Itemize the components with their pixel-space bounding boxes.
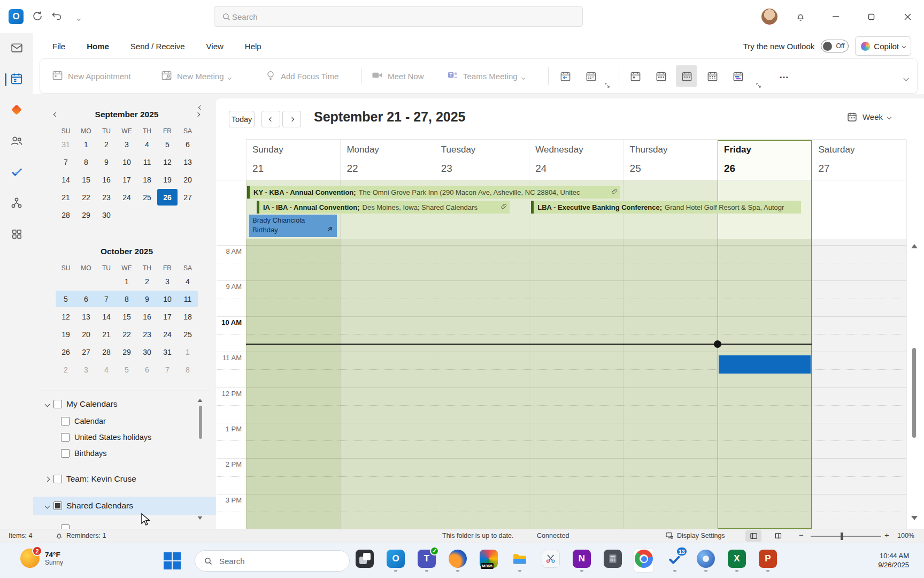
mini-calendar-day[interactable]: 7 <box>56 154 76 170</box>
mini-calendar-day[interactable]: 21 <box>96 326 117 343</box>
mini-cal-next-button[interactable] <box>194 110 202 119</box>
mini-calendar-day[interactable]: 17 <box>117 171 137 188</box>
taskbar-icon-m365-copilot[interactable]: M365 <box>479 549 498 572</box>
mini-calendar-day[interactable]: 3 <box>76 361 96 378</box>
mini-calendar-day[interactable]: 11 <box>178 291 198 307</box>
mini-calendar-day[interactable]: 24 <box>157 326 178 343</box>
chevron-down-icon[interactable] <box>44 401 50 407</box>
mini-calendar-day[interactable]: 26 <box>56 344 76 360</box>
new-outlook-toggle[interactable]: Off <box>821 40 849 52</box>
scroll-down-icon[interactable] <box>911 516 918 520</box>
rail-item-apps[interactable] <box>0 219 33 250</box>
mini-calendar-day[interactable]: 22 <box>117 326 137 343</box>
taskbar-icon-teams[interactable]: T✓ <box>417 549 436 572</box>
go-to-date-button[interactable] <box>580 65 602 87</box>
quick-access-dropdown-icon[interactable] <box>78 13 80 22</box>
mini-calendar-day[interactable]: 20 <box>178 171 198 188</box>
mini-calendar-day[interactable]: 23 <box>96 189 117 206</box>
menu-tab-view[interactable]: View <box>205 39 225 54</box>
mini-calendar-day[interactable]: 16 <box>137 308 157 325</box>
mini-calendar-day[interactable]: 28 <box>96 344 117 360</box>
mini-calendar-day[interactable]: 6 <box>137 361 157 378</box>
mini-calendar-day[interactable]: 4 <box>178 273 198 290</box>
day-header-wednesday[interactable]: Wednesday24 <box>530 140 622 179</box>
calendar-group-team-kevin-cruse[interactable]: Team: Kevin Cruse <box>33 470 216 488</box>
calendar-item-united-states-holidays[interactable]: United States holidays <box>33 429 216 445</box>
mini-calendar-day[interactable]: 21 <box>56 189 76 206</box>
event-banner-lba[interactable]: LBA - Executive Banking Conference;Grand… <box>531 201 801 214</box>
menu-tab-home[interactable]: Home <box>86 39 110 54</box>
mini-calendar-day[interactable]: 3 <box>117 136 137 153</box>
new-appointment-button[interactable]: New Appointment <box>51 59 131 93</box>
mini-calendar-day[interactable]: 10 <box>157 291 178 307</box>
month-view-button[interactable] <box>702 65 723 87</box>
mini-calendar-day[interactable]: 2 <box>56 361 76 378</box>
taskbar-icon-outlook[interactable]: O <box>386 549 405 572</box>
zoom-in-button[interactable]: + <box>884 530 889 539</box>
rail-item-todo[interactable] <box>0 157 33 188</box>
mini-calendar-day[interactable]: 24 <box>117 189 137 206</box>
reading-view-button[interactable] <box>770 530 786 542</box>
rail-item-mail[interactable] <box>0 33 33 64</box>
minimize-button[interactable] <box>828 9 844 25</box>
rail-item-org[interactable] <box>0 188 33 219</box>
mini-calendar-day[interactable]: 19 <box>56 326 76 343</box>
mini-calendar-day[interactable]: 12 <box>56 308 76 325</box>
mini-calendar-day[interactable]: 4 <box>137 136 157 153</box>
day-header-saturday[interactable]: Saturday27 <box>813 140 905 179</box>
selected-time-slot[interactable] <box>719 355 811 374</box>
menu-tab-help[interactable]: Help <box>244 39 263 54</box>
day-header-thursday[interactable]: Thursday25 <box>625 140 717 179</box>
calendar-item-checkbox[interactable] <box>61 417 70 425</box>
day-view-button[interactable] <box>625 65 646 87</box>
taskbar-clock[interactable]: 10:44 AM 9/26/2025 <box>878 551 909 569</box>
mini-calendar-day[interactable]: 1 <box>76 136 96 153</box>
start-button[interactable] <box>164 552 181 569</box>
mini-calendar-day-selected[interactable]: 26 <box>157 189 178 206</box>
taskbar-search-input[interactable] <box>218 556 325 566</box>
mini-calendar-day[interactable]: 28 <box>56 207 76 223</box>
mini-calendar-day[interactable]: 6 <box>76 291 96 307</box>
titlebar-search[interactable] <box>214 6 583 27</box>
calendar-group-checkbox[interactable] <box>53 501 62 510</box>
reminders-count[interactable]: Reminders: 1 <box>66 532 106 539</box>
mini-calendar-day[interactable]: 27 <box>76 344 96 360</box>
mini-calendar-day[interactable]: 31 <box>56 136 76 153</box>
zoom-slider-track[interactable] <box>811 536 881 537</box>
collapse-ribbon-icon[interactable] <box>904 73 908 82</box>
normal-view-button[interactable] <box>745 530 761 542</box>
calendar-item-checkbox[interactable] <box>61 433 70 442</box>
day-header-sunday[interactable]: Sunday21 <box>247 140 340 179</box>
display-settings-icon[interactable] <box>665 531 674 542</box>
ribbon-more-button[interactable]: … <box>779 70 790 81</box>
mini-calendar-day[interactable]: 18 <box>137 171 157 188</box>
zoom-slider-thumb[interactable] <box>841 533 843 540</box>
calendar-item-birthdays[interactable]: Birthdays <box>33 445 216 461</box>
zoom-out-button[interactable]: − <box>799 530 804 539</box>
taskbar-icon-todo[interactable]: 13 <box>665 549 684 572</box>
taskbar-icon-calculator[interactable] <box>603 549 622 572</box>
taskbar-icon-excel[interactable]: X <box>727 549 746 572</box>
meet-now-button[interactable]: Meet Now <box>371 59 424 93</box>
mini-calendar-day[interactable]: 27 <box>178 189 198 206</box>
arrange-dialog-launcher-icon[interactable] <box>756 82 762 89</box>
taskbar-icon-powerpoint[interactable]: P <box>758 549 777 572</box>
chevron-down-icon[interactable] <box>44 503 50 509</box>
menu-tab-send-receive[interactable]: Send / Receive <box>129 39 186 54</box>
mini-calendar-day[interactable]: 5 <box>117 361 137 378</box>
mini-calendar-day[interactable]: 8 <box>117 291 137 307</box>
sidebar-scroll-down-icon[interactable] <box>198 516 203 520</box>
schedule-view-button[interactable] <box>727 65 749 87</box>
mini-calendar-day[interactable]: 29 <box>117 344 137 360</box>
mini-calendar-day[interactable]: 7 <box>96 291 117 307</box>
add-focus-time-button[interactable]: Add Focus Time <box>265 59 338 93</box>
mini-calendar-day[interactable]: 1 <box>178 344 198 360</box>
mini-calendar-day[interactable]: 31 <box>157 344 178 360</box>
mini-calendar-day[interactable]: 4 <box>96 361 117 378</box>
mini-calendar-day[interactable]: 2 <box>137 273 157 290</box>
event-banner-ia[interactable]: IA - IBA - Annual Convention;Des Moines,… <box>257 201 510 214</box>
mini-calendar-day[interactable]: 14 <box>56 171 76 188</box>
mini-calendar-day[interactable]: 11 <box>137 154 157 170</box>
taskbar-icon-chrome[interactable] <box>634 549 653 572</box>
rail-item-people[interactable] <box>0 126 33 157</box>
